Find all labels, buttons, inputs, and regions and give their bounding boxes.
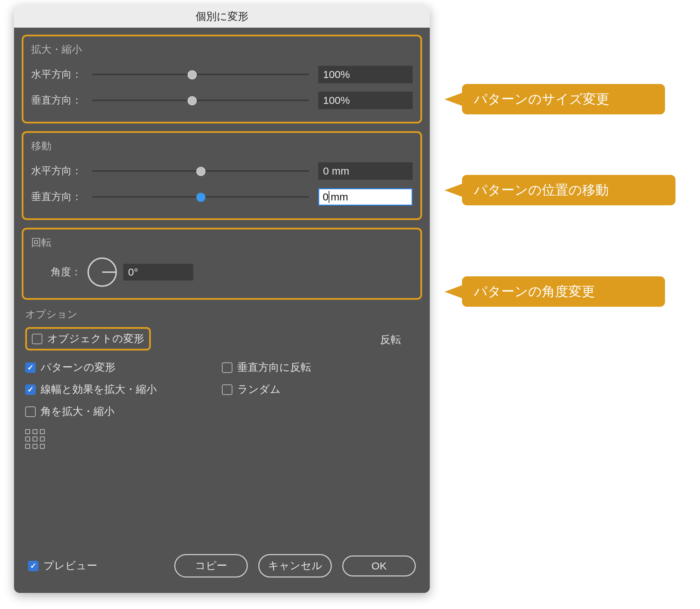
annotation-label: パターンのサイズ変更 (474, 90, 609, 108)
checkbox-scale-strokes[interactable]: 線幅と効果を拡大・縮小 (25, 382, 222, 397)
checkbox-label: 垂直方向に反転 (237, 360, 311, 375)
checkbox-preview[interactable]: プレビュー (28, 559, 97, 573)
rotate-title: 回転 (31, 236, 413, 250)
checkbox-label: プレビュー (43, 559, 97, 573)
rotate-row: 角度： 0° (31, 255, 413, 290)
move-horizontal-row: 水平方向： 0 mm (31, 158, 413, 184)
options-section: オプション オブジェクトの変形 反転 (22, 307, 422, 449)
checkbox-scale-corners[interactable]: 角を拡大・縮小 (25, 404, 222, 419)
ok-button[interactable]: OK (342, 555, 416, 576)
scale-v-value[interactable]: 100% (318, 92, 413, 109)
checkbox-icon (25, 362, 36, 373)
checkbox-label: オブジェクトの変形 (47, 332, 144, 346)
dialog-footer: プレビュー コピー キャンセル OK (28, 554, 416, 578)
transform-each-dialog: 個別に変形 拡大・縮小 水平方向： 100% 垂直方向： 100% 移動 (14, 5, 430, 593)
cancel-button[interactable]: キャンセル (258, 554, 332, 578)
move-title: 移動 (31, 139, 413, 153)
scale-vertical-row: 垂直方向： 100% (31, 87, 413, 113)
checkbox-label: パターンの変形 (41, 360, 115, 375)
dialog-body: 拡大・縮小 水平方向： 100% 垂直方向： 100% 移動 水平方向： (14, 28, 430, 593)
move-h-slider[interactable] (92, 170, 309, 172)
copy-button[interactable]: コピー (174, 554, 248, 578)
checkbox-icon (28, 561, 38, 571)
move-v-slider[interactable] (92, 196, 309, 198)
checkbox-reflect-v[interactable]: 垂直方向に反転 (222, 360, 419, 375)
checkbox-label: 角を拡大・縮小 (41, 404, 114, 419)
rotate-label: 角度： (51, 265, 81, 279)
scale-v-slider[interactable] (92, 100, 309, 101)
scale-h-slider[interactable] (92, 74, 309, 75)
scale-h-value[interactable]: 100% (318, 66, 413, 83)
checkbox-transform-patterns[interactable]: パターンの変形 (25, 360, 222, 375)
move-v-label: 垂直方向： (31, 190, 92, 204)
options-title: オプション (25, 307, 419, 321)
checkbox-icon (25, 384, 36, 395)
checkbox-label: ランダム (237, 382, 281, 397)
annotation-rotate: パターンの角度変更 (462, 276, 665, 307)
rotate-section: 回転 角度： 0° (22, 228, 422, 300)
checkbox-icon (32, 334, 42, 344)
move-section: 移動 水平方向： 0 mm 垂直方向： 0 mm (22, 131, 422, 220)
move-h-label: 水平方向： (31, 164, 92, 178)
annotation-label: パターンの角度変更 (474, 283, 595, 300)
move-vertical-row: 垂直方向： 0 mm (31, 184, 413, 210)
move-h-value[interactable]: 0 mm (318, 162, 413, 180)
annotation-move: パターンの位置の移動 (462, 175, 676, 205)
reference-point-selector[interactable] (25, 429, 45, 449)
scale-title: 拡大・縮小 (31, 43, 413, 57)
move-v-value-unit: mm (331, 191, 348, 203)
move-v-value[interactable]: 0 mm (318, 188, 413, 206)
move-v-value-num: 0 (323, 191, 329, 203)
checkbox-icon (222, 362, 232, 373)
checkbox-label: 反転 (380, 333, 401, 347)
checkbox-reflect-h[interactable]: 反転 (222, 327, 419, 353)
scale-v-label: 垂直方向： (31, 93, 92, 107)
scale-horizontal-row: 水平方向： 100% (31, 62, 413, 87)
checkbox-icon (222, 384, 232, 395)
checkbox-random[interactable]: ランダム (222, 382, 419, 397)
text-caret-icon (329, 191, 329, 203)
rotate-value[interactable]: 0° (123, 264, 193, 281)
checkbox-icon (25, 406, 36, 417)
angle-dial[interactable] (88, 257, 117, 287)
scale-h-label: 水平方向： (31, 68, 92, 82)
options-grid: オブジェクトの変形 反転 パターンの変形 垂直方向に反転 (25, 327, 419, 419)
annotation-label: パターンの位置の移動 (474, 181, 609, 199)
checkbox-label: 線幅と効果を拡大・縮小 (41, 382, 157, 397)
annotation-scale: パターンのサイズ変更 (462, 84, 665, 114)
dialog-title: 個別に変形 (14, 5, 430, 28)
scale-section: 拡大・縮小 水平方向： 100% 垂直方向： 100% (22, 35, 422, 123)
checkbox-transform-objects[interactable]: オブジェクトの変形 (32, 332, 144, 346)
